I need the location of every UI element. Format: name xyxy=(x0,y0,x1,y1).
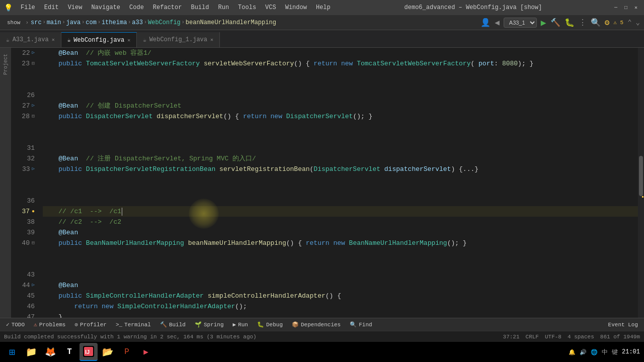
editor-area[interactable]: 22▷ 23⊞ 26 27▷ 28⊞ 31 32 33▷ 36 37● 38 3… xyxy=(11,48,644,318)
build-button[interactable]: 🔨 xyxy=(550,18,560,28)
search-icon[interactable]: 🔍 xyxy=(591,18,601,28)
tab-event-log[interactable]: Event Log xyxy=(604,321,642,329)
bc-method[interactable]: beanNameUrlHandlerMapping xyxy=(186,19,276,26)
maximize-button[interactable]: □ xyxy=(622,4,630,12)
menu-edit[interactable]: Edit xyxy=(40,3,63,12)
tab-close-a33[interactable]: ✕ xyxy=(52,37,55,43)
gutter-fold-33[interactable]: ▷ xyxy=(32,164,35,174)
code-content[interactable]: @Bean // 内嵌 web 容器1/ public TomcatServle… xyxy=(39,48,638,318)
code-line-40: public BeanNameUrlHandlerMapping beanNam… xyxy=(43,238,638,248)
menu-vcs[interactable]: VCS xyxy=(261,3,280,12)
tab-close-webconfig[interactable]: ✕ xyxy=(127,37,130,43)
tab-close-webconfig1[interactable]: ✕ xyxy=(210,37,213,43)
close-button[interactable]: ✕ xyxy=(632,4,640,12)
menu-refactor[interactable]: Refactor xyxy=(149,3,186,12)
gutter-fold-23[interactable]: ⊞ xyxy=(32,58,35,69)
branch-selector[interactable]: A33_1 xyxy=(504,18,537,28)
menu-navigate[interactable]: Navigate xyxy=(87,3,124,12)
more-actions-icon[interactable]: ⋮ xyxy=(579,18,587,28)
taskbar-intellij[interactable]: IJ xyxy=(79,343,98,361)
input-method-icon[interactable]: 键 xyxy=(612,348,618,356)
tab-find[interactable]: 🔍 Find xyxy=(346,320,376,329)
menu-bar: File Edit View Navigate Code Refactor Bu… xyxy=(17,3,335,12)
menu-help[interactable]: Help xyxy=(312,3,335,12)
taskbar-media-player[interactable]: ▶ xyxy=(137,343,155,361)
indent-size[interactable]: 4 spaces xyxy=(568,334,594,340)
bc-sep2: › xyxy=(62,20,65,25)
tab-profiler[interactable]: ⊙ Profiler xyxy=(70,320,110,329)
network-icon[interactable]: 🌐 xyxy=(591,349,598,355)
tab-a33[interactable]: ☕ A33_1.java ✕ xyxy=(0,32,61,47)
editor-scrollbar[interactable] xyxy=(638,48,644,318)
gutter-fold-44[interactable]: ▷ xyxy=(32,280,35,291)
debug-button[interactable]: 🐛 xyxy=(565,18,575,28)
navigation-back[interactable]: ◀ xyxy=(495,18,500,28)
build-icon: 🔨 xyxy=(160,321,167,328)
code-line-42 xyxy=(43,259,638,269)
menu-view[interactable]: View xyxy=(64,3,87,12)
tab-icon-webconfig: ☕ xyxy=(67,37,71,43)
code-line-39: @Bean xyxy=(43,227,638,238)
code-line-33: public DispatcherServletRegistrationBean… xyxy=(43,164,638,174)
show-label[interactable]: show xyxy=(4,19,23,27)
bc-webconfig[interactable]: WebConfig xyxy=(148,19,181,26)
bc-main[interactable]: main xyxy=(47,19,61,26)
taskbar-text-editor[interactable]: T xyxy=(60,343,78,361)
code-container[interactable]: 22▷ 23⊞ 26 27▷ 28⊞ 31 32 33▷ 36 37● 38 3… xyxy=(11,48,644,318)
encoding[interactable]: UTF-8 xyxy=(545,334,561,340)
menu-build[interactable]: Build xyxy=(187,3,213,12)
settings-icon[interactable]: ⚙ xyxy=(605,18,610,28)
cursor-position[interactable]: 37:21 xyxy=(503,334,520,340)
project-label[interactable]: Project xyxy=(3,54,9,75)
spring-icon: 🌱 xyxy=(195,321,202,328)
tab-webconfig[interactable]: ☕ WebConfig.java ✕ xyxy=(61,32,137,47)
tab-debug[interactable]: 🐛 Debug xyxy=(253,320,287,329)
gutter-warning-37[interactable]: ● xyxy=(32,206,35,217)
minimize-button[interactable]: ─ xyxy=(612,4,620,12)
volume-icon[interactable]: 🔊 xyxy=(580,349,587,355)
menu-tools[interactable]: Tools xyxy=(234,3,260,12)
tab-dependencies[interactable]: 📦 Dependencies xyxy=(288,320,345,329)
run-button[interactable]: ▶ xyxy=(541,17,546,28)
bc-a33[interactable]: a33 xyxy=(132,19,143,26)
bc-java[interactable]: java xyxy=(66,19,80,26)
tab-problems[interactable]: ⚠ Problems xyxy=(30,320,69,329)
code-line-47: } xyxy=(43,312,638,318)
taskbar-firefox[interactable]: 🦊 xyxy=(41,343,59,361)
tab-bar: ☕ A33_1.java ✕ ☕ WebConfig.java ✕ ☕ WebC… xyxy=(0,30,644,48)
tab-spring[interactable]: 🌱 Spring xyxy=(191,320,228,329)
keyboard-icon[interactable]: 中 xyxy=(602,348,608,356)
run-label: Run xyxy=(238,322,248,328)
taskbar-file-explorer[interactable]: 📁 xyxy=(22,343,40,361)
menu-run[interactable]: Run xyxy=(214,3,233,12)
tab-terminal[interactable]: >_ Terminal xyxy=(112,321,155,329)
bc-sep7: › xyxy=(182,20,185,25)
bc-itheima[interactable]: itheima xyxy=(102,19,127,26)
menu-file[interactable]: File xyxy=(17,3,39,12)
bc-src[interactable]: src xyxy=(31,19,42,26)
debug-label: Debug xyxy=(266,322,283,328)
collapse-icon[interactable]: ⌄ xyxy=(636,18,640,27)
line-ending[interactable]: CRLF xyxy=(526,334,539,340)
menu-code[interactable]: Code xyxy=(125,3,148,12)
tab-build[interactable]: 🔨 Build xyxy=(156,320,190,329)
gutter-fold-40[interactable]: ⊞ xyxy=(32,238,35,248)
expand-icon[interactable]: ⌃ xyxy=(627,18,631,27)
code-line-25 xyxy=(43,79,638,90)
tab-icon-webconfig1: ☕ xyxy=(143,37,146,43)
tab-todo[interactable]: ✓ TODO xyxy=(2,320,29,329)
notification-icon[interactable]: 🔔 xyxy=(569,349,576,355)
warning-badge: ⚠ 5 xyxy=(613,19,623,26)
start-button[interactable]: ⊞ xyxy=(4,344,20,360)
bottom-status-bar: Build completed successfully with 1 warn… xyxy=(0,331,644,342)
gutter-fold-28[interactable]: ⊞ xyxy=(32,111,35,122)
tab-run[interactable]: ▶ Run xyxy=(229,320,252,329)
status-right-group: 37:21 CRLF UTF-8 4 spaces 861 of 1949m xyxy=(503,334,640,340)
scrollbar-thumb[interactable] xyxy=(639,156,643,196)
taskbar-folder[interactable]: 📂 xyxy=(99,343,117,361)
tab-webconfig1[interactable]: ☕ WebConfig_1.java ✕ xyxy=(137,32,220,47)
taskbar-powerpoint[interactable]: P xyxy=(118,343,136,361)
bc-com[interactable]: com xyxy=(86,19,97,26)
menu-window[interactable]: Window xyxy=(281,3,311,12)
code-line-31 xyxy=(43,143,638,153)
